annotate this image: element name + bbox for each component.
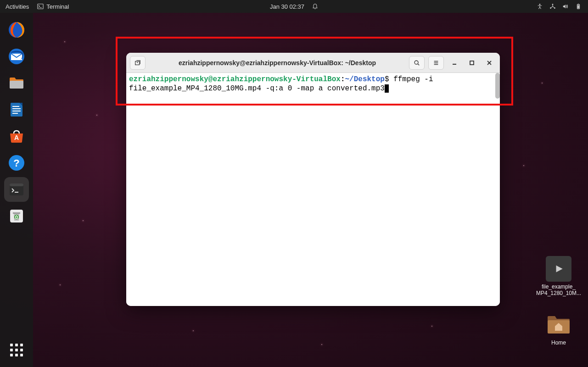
terminal-icon (37, 3, 44, 10)
svg-rect-17 (12, 111, 21, 111)
svg-rect-26 (13, 212, 20, 214)
svg-rect-15 (12, 106, 19, 107)
terminal-titlebar[interactable]: ezriahzippernowsky@ezriahzippernowsky-Vi… (126, 53, 500, 73)
svg-marker-28 (556, 265, 563, 272)
dock-libreoffice-writer[interactable] (4, 97, 29, 122)
search-button[interactable] (409, 56, 425, 70)
svg-rect-13 (10, 81, 23, 89)
new-tab-button[interactable] (130, 56, 146, 70)
terminal-window: ezriahzippernowsky@ezriahzippernowsky-Vi… (126, 53, 500, 306)
battery-icon[interactable] (575, 3, 582, 10)
minimize-button[interactable] (448, 56, 461, 70)
svg-point-3 (539, 4, 541, 5)
video-file-icon (546, 256, 571, 282)
app-indicator[interactable]: Terminal (37, 3, 69, 10)
network-icon[interactable] (549, 3, 556, 10)
app-indicator-label: Terminal (46, 3, 69, 10)
dock-help[interactable]: ? (4, 150, 29, 175)
terminal-cursor (385, 84, 389, 93)
svg-line-32 (418, 64, 419, 65)
prompt-path: ~/Desktop (345, 75, 384, 83)
svg-rect-14 (11, 103, 22, 117)
menu-button[interactable] (428, 56, 444, 70)
svg-rect-9 (577, 5, 579, 8)
svg-rect-18 (12, 113, 18, 114)
dock-files[interactable] (4, 71, 29, 95)
svg-point-4 (552, 4, 554, 5)
svg-text:?: ? (13, 157, 19, 169)
terminal-content[interactable]: ezriahzippernowsky@ezriahzippernowsky-Vi… (126, 73, 500, 306)
notification-bell-icon[interactable] (312, 3, 318, 10)
close-button[interactable] (482, 56, 496, 70)
svg-rect-23 (10, 184, 23, 186)
svg-rect-16 (12, 108, 21, 109)
svg-rect-8 (578, 4, 579, 4)
dock: A ? (0, 13, 33, 367)
desktop-home-folder[interactable]: Home (536, 312, 582, 346)
dock-trash[interactable] (4, 204, 29, 228)
desktop-file-label2: MP4_1280_10M... (536, 290, 582, 296)
dock-firefox[interactable] (4, 17, 29, 42)
svg-point-31 (414, 61, 418, 64)
desktop-file-label: file_example_ (536, 284, 582, 290)
dock-terminal[interactable] (4, 177, 29, 202)
volume-icon[interactable] (562, 3, 569, 10)
home-folder-icon (546, 312, 571, 338)
svg-rect-0 (38, 4, 43, 9)
svg-text:A: A (14, 134, 19, 141)
dock-thunderbird[interactable] (4, 44, 29, 69)
accessibility-icon[interactable] (537, 3, 543, 10)
svg-rect-37 (470, 61, 474, 65)
top-menu-bar: Activities Terminal Jan 30 02:37 (0, 0, 588, 13)
maximize-button[interactable] (465, 56, 479, 70)
app-grid-button[interactable] (4, 338, 29, 362)
prompt-user: ezriahzippernowsky@ezriahzippernowsky-Vi… (129, 75, 341, 83)
desktop-home-label: Home (536, 339, 582, 346)
activities-button[interactable]: Activities (6, 3, 29, 10)
clock[interactable]: Jan 30 02:37 (270, 3, 304, 10)
prompt-sign: $ (385, 75, 389, 83)
terminal-title: ezriahzippernowsky@ezriahzippernowsky-Vi… (149, 59, 405, 67)
desktop-file-video[interactable]: file_example_ MP4_1280_10M... (536, 256, 582, 296)
dock-ubuntu-software[interactable]: A (4, 124, 29, 149)
scrollbar[interactable] (495, 73, 500, 99)
